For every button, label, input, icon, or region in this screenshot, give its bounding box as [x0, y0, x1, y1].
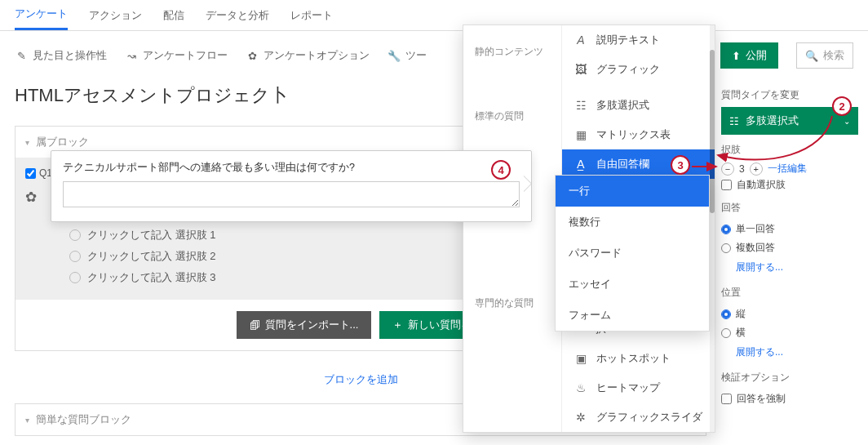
qtype-label: ヒートマップ: [596, 380, 660, 395]
paintbrush-icon: ✎: [15, 49, 28, 62]
flow-icon: ↝: [125, 49, 138, 62]
decrement-button[interactable]: −: [721, 162, 734, 176]
tool-options[interactable]: ✿アンケートオプション: [246, 48, 370, 63]
qtype-graphic[interactable]: 🖼グラフィック: [562, 55, 715, 84]
list-icon: ☷: [729, 115, 739, 127]
radio-icon: [69, 251, 81, 262]
radio-icon: [721, 309, 731, 319]
top-tabs: アンケート アクション 配信 データと分析 レポート: [0, 0, 868, 31]
search-icon: 🔍: [805, 50, 818, 62]
expand-position-link[interactable]: 展開する...: [721, 342, 858, 367]
submenu-essay[interactable]: エッセイ: [556, 269, 709, 300]
tab-survey[interactable]: アンケート: [15, 0, 68, 30]
tab-data[interactable]: データと分析: [206, 0, 269, 30]
text-icon: A: [574, 33, 588, 47]
choice-label: クリックして記入 選択肢 2: [87, 249, 215, 264]
choices-label: 択肢: [721, 143, 858, 157]
image-icon: 🖼: [574, 63, 588, 76]
answer-single-row[interactable]: 単一回答: [721, 220, 858, 238]
position-horizontal-row[interactable]: 横: [721, 323, 858, 342]
radio-icon: [721, 243, 731, 253]
tool-survey-flow[interactable]: ↝アンケートフロー: [125, 48, 228, 63]
question-type-value: 多肢選択式: [746, 113, 799, 128]
expand-answer-link[interactable]: 展開する...: [721, 257, 858, 283]
publish-label: 公開: [746, 48, 767, 63]
bulk-edit-link[interactable]: 一括編集: [768, 162, 807, 176]
position-vertical-row[interactable]: 縦: [721, 305, 858, 323]
auto-choice-checkbox[interactable]: [721, 180, 732, 190]
qtype-hotspot[interactable]: ▣ホットスポット: [562, 344, 715, 373]
text-entry-icon: A̲: [574, 158, 588, 171]
publish-button[interactable]: ⬆公開: [720, 42, 778, 69]
answer-section-label: 回答: [721, 201, 858, 215]
tool-look-feel[interactable]: ✎見た目と操作性: [15, 48, 107, 63]
tool-tools-label: ツー: [405, 48, 427, 63]
qtype-group-static: 静的コンテンツ: [463, 40, 561, 64]
question-settings-sidebar: 質問タイプを変更 ☷ 多肢選択式 ⌄ 択肢 − 3 + 一括編集 自動選択肢 回…: [721, 77, 868, 445]
matrix-icon: ▦: [574, 128, 588, 141]
submenu-password[interactable]: パスワード: [556, 238, 709, 269]
wrench-icon: 🔧: [388, 49, 401, 62]
qtype-graphic-slider[interactable]: ✲グラフィックスライダ: [562, 403, 715, 432]
question-text-popover: テクニカルサポート部門への連絡で最も多い理由は何ですか?: [51, 150, 532, 222]
tab-actions[interactable]: アクション: [89, 0, 142, 30]
force-response-label: 回答を強制: [737, 392, 786, 406]
qtype-label: マトリックス表: [596, 127, 671, 142]
tab-reports[interactable]: レポート: [290, 0, 333, 30]
tool-survey-flow-label: アンケートフロー: [143, 48, 228, 63]
qtype-multiple-choice[interactable]: ☷多肢選択式: [562, 91, 715, 120]
block-header-label: 簡単な質問ブロック: [36, 412, 131, 427]
qtype-descriptive-text[interactable]: A説明テキスト: [562, 25, 715, 55]
submenu-multi-line[interactable]: 複数行: [556, 207, 709, 238]
block-header-label: 属ブロック: [36, 135, 89, 149]
radio-icon: [721, 328, 731, 338]
qtype-label: グラフィックスライダ: [596, 410, 702, 425]
text-entry-submenu: 一行 複数行 パスワード エッセイ フォーム: [555, 175, 710, 332]
validation-section-label: 検証オプション: [721, 371, 858, 385]
mc-icon: ☷: [574, 99, 588, 112]
question-text-label: テクニカルサポート部門への連絡で最も多い理由は何ですか?: [63, 161, 520, 175]
position-section-label: 位置: [721, 286, 858, 300]
qtype-group-standard: 標準の質問: [463, 105, 561, 128]
qtype-label: ホットスポット: [596, 351, 671, 366]
import-questions-button[interactable]: 🗐質問をインポート...: [237, 311, 372, 339]
choice-count-value: 3: [739, 163, 745, 175]
submenu-single-line[interactable]: 一行: [556, 176, 709, 207]
callout-2: 2: [832, 96, 852, 116]
qtype-matrix[interactable]: ▦マトリックス表: [562, 120, 715, 149]
submenu-form[interactable]: フォーム: [556, 300, 709, 331]
multi-answer-label: 複数回答: [736, 241, 775, 255]
toolbar: ✎見た目と操作性 ↝アンケートフロー ✿アンケートオプション 🔧ツー ⬆公開 🔍…: [0, 31, 868, 77]
search-input[interactable]: 🔍検索: [796, 42, 853, 69]
plus-icon: ＋: [392, 318, 403, 332]
increment-button[interactable]: +: [750, 162, 763, 176]
answer-multi-row[interactable]: 複数回答: [721, 238, 858, 257]
callout-3: 3: [671, 155, 690, 175]
choice-label: クリックして記入 選択肢 3: [87, 270, 215, 285]
copy-icon: 🗐: [250, 319, 260, 332]
question-text-input[interactable]: [63, 181, 520, 207]
choice-label: クリックして記入 選択肢 1: [87, 228, 215, 243]
qtype-label: グラフィック: [596, 62, 660, 77]
qtype-label: 多肢選択式: [596, 98, 649, 113]
menu-scrollbar[interactable]: [710, 25, 715, 432]
tab-distribute[interactable]: 配信: [163, 0, 184, 30]
radio-icon: [721, 225, 731, 234]
force-response-checkbox[interactable]: [721, 394, 732, 404]
question-checkbox-input[interactable]: [25, 168, 36, 179]
qtype-label: 説明テキスト: [596, 33, 660, 47]
tool-look-feel-label: 見た目と操作性: [33, 48, 107, 63]
tool-tools[interactable]: 🔧ツー: [388, 48, 427, 63]
vertical-label: 縦: [736, 307, 746, 321]
collapse-caret-icon: ▾: [25, 416, 29, 425]
horizontal-label: 横: [736, 326, 746, 340]
callout-4: 4: [491, 160, 511, 180]
hotspot-icon: ▣: [574, 352, 588, 365]
tool-options-label: アンケートオプション: [264, 48, 370, 63]
import-label: 質問をインポート...: [265, 318, 359, 332]
flame-icon: ♨: [574, 381, 588, 394]
collapse-caret-icon: ▾: [25, 138, 29, 147]
upload-icon: ⬆: [732, 50, 741, 62]
radio-icon: [69, 272, 81, 283]
qtype-heatmap[interactable]: ♨ヒートマップ: [562, 373, 715, 403]
